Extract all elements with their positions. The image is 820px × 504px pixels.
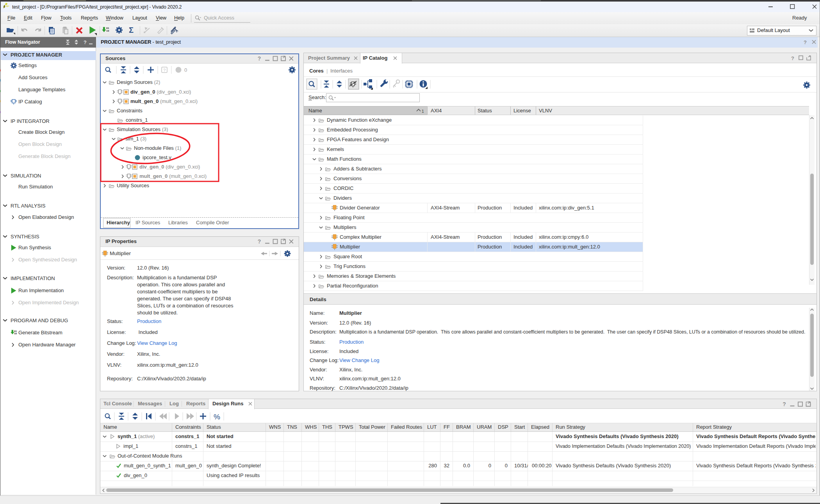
svg-text:1: 1 bbox=[422, 109, 424, 114]
svg-text:?: ? bbox=[791, 55, 794, 61]
svg-text:?: ? bbox=[804, 39, 807, 45]
svg-text:0: 0 bbox=[184, 67, 187, 73]
svg-text:?: ? bbox=[783, 401, 786, 407]
svg-text:?: ? bbox=[163, 68, 166, 73]
svg-text:10: 10 bbox=[14, 332, 17, 335]
svg-text:?: ? bbox=[258, 238, 261, 245]
svg-text:%: % bbox=[214, 413, 220, 421]
svg-text:?: ? bbox=[258, 55, 261, 62]
svg-text:10: 10 bbox=[106, 30, 109, 32]
svg-text:?: ? bbox=[84, 40, 87, 45]
